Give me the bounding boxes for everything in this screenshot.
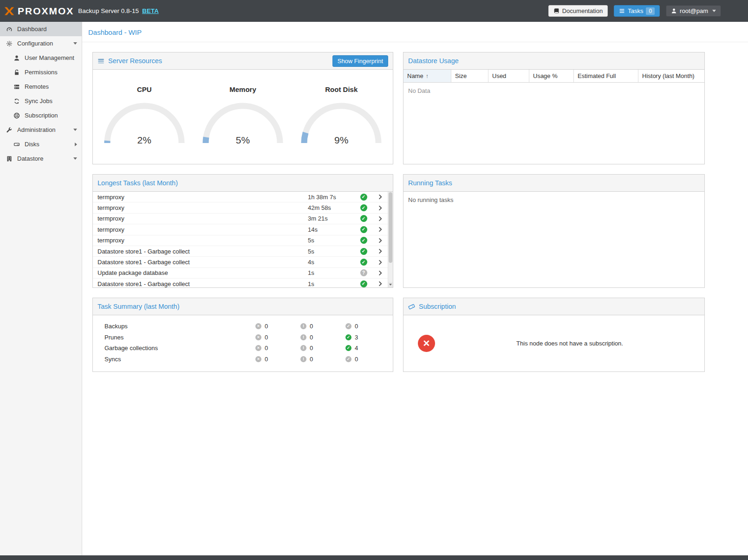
chevron-right-icon[interactable] xyxy=(373,194,388,200)
column-header-estimated-full[interactable]: Estimated Full xyxy=(574,70,638,82)
sidebar-item-configuration[interactable]: Configuration xyxy=(0,36,82,51)
task-status: ✓ xyxy=(354,215,373,222)
task-summary-panel: Task Summary (last Month) Backups×0!0✓0P… xyxy=(92,298,393,372)
chevron-right-icon[interactable] xyxy=(373,238,388,243)
status-ok-icon: ✓ xyxy=(360,215,367,222)
task-status: ✓ xyxy=(354,259,373,266)
chevron-right-icon[interactable] xyxy=(373,227,388,232)
task-row[interactable]: Update package database1s? xyxy=(93,268,388,279)
task-row[interactable]: Datastore store1 - Garbage collect1s✓ xyxy=(93,279,388,287)
tasks-button[interactable]: Tasks 0 xyxy=(614,5,660,17)
chevron-right-icon[interactable] xyxy=(373,205,388,211)
gauge-cpu: CPU2% xyxy=(97,85,191,164)
user-menu-button[interactable]: root@pam xyxy=(666,5,721,17)
chevron-right-icon[interactable] xyxy=(373,216,388,221)
task-name: termproxy xyxy=(98,204,308,211)
warning-icon: ! xyxy=(300,334,306,340)
scrollbar-down-button[interactable] xyxy=(388,282,393,287)
task-name: Datastore store1 - Garbage collect xyxy=(98,259,308,266)
gauge-value: 9% xyxy=(299,135,383,146)
page-header: Dashboard - WIP xyxy=(82,22,748,42)
documentation-button[interactable]: Documentation xyxy=(548,5,608,17)
no-running-tasks-text: No running tasks xyxy=(403,192,704,208)
task-name: termproxy xyxy=(98,215,308,222)
sidebar-item-label: Configuration xyxy=(17,40,53,47)
task-row[interactable]: Datastore store1 - Garbage collect4s✓ xyxy=(93,257,388,267)
column-header-usage[interactable]: Usage % xyxy=(529,70,574,82)
proxmox-x-icon xyxy=(4,6,15,17)
vertical-scrollbar[interactable] xyxy=(388,192,393,287)
chevron-right-icon[interactable] xyxy=(373,248,388,254)
scrollbar-thumb[interactable] xyxy=(389,192,392,263)
chevron-right-icon[interactable] xyxy=(373,270,388,276)
task-row[interactable]: termproxy3m 21s✓ xyxy=(93,214,388,224)
viewport: PROXMOX Backup Server 0.8-15 BETA Docume… xyxy=(0,0,748,560)
sidebar-item-sync-jobs[interactable]: Sync Jobs xyxy=(0,94,82,108)
column-label: Used xyxy=(492,72,506,79)
summary-warning-cell: !0 xyxy=(300,345,345,352)
sidebar-item-administration[interactable]: Administration xyxy=(0,123,82,137)
subscription-panel: Subscription ✕ This node does not have a… xyxy=(403,298,705,372)
chevron-down-icon xyxy=(73,42,77,45)
chevron-right-icon[interactable] xyxy=(373,281,388,287)
chevron-right-icon xyxy=(75,143,77,146)
task-summary-label: Garbage collections xyxy=(93,345,255,352)
task-name: Datastore store1 - Garbage collect xyxy=(98,248,308,255)
main-area: DashboardConfigurationUser ManagementPer… xyxy=(0,22,748,555)
sidebar-item-permissions[interactable]: Permissions xyxy=(0,65,82,79)
column-header-name[interactable]: Name↑ xyxy=(403,70,451,82)
task-summary-label: Syncs xyxy=(93,356,255,363)
error-count: 0 xyxy=(265,356,268,363)
lifering-icon xyxy=(13,112,20,119)
sidebar-item-user-management[interactable]: User Management xyxy=(0,51,82,65)
running-tasks-body: No running tasks xyxy=(403,192,704,287)
documentation-label: Documentation xyxy=(562,7,603,14)
sidebar-item-label: Permissions xyxy=(25,69,58,76)
product-version: Backup Server 0.8-15 xyxy=(78,7,139,14)
chevron-right-icon[interactable] xyxy=(373,260,388,265)
beta-link[interactable]: BETA xyxy=(142,7,159,14)
sidebar-item-label: Administration xyxy=(17,126,55,133)
datastore-usage-header: Name↑SizeUsedUsage %Estimated FullHistor… xyxy=(403,70,704,83)
task-duration: 5s xyxy=(308,248,354,255)
gauge-arc: 9% xyxy=(299,100,383,147)
sidebar-item-remotes[interactable]: Remotes xyxy=(0,79,82,94)
task-duration: 4s xyxy=(308,259,354,266)
server-resources-icon xyxy=(98,58,104,65)
sidebar-item-disks[interactable]: Disks xyxy=(0,137,82,151)
show-fingerprint-button[interactable]: Show Fingerprint xyxy=(332,55,388,67)
summary-ok-cell: ✓0 xyxy=(345,356,390,363)
task-row[interactable]: termproxy14s✓ xyxy=(93,224,388,235)
status-ok-icon: ✓ xyxy=(360,237,367,244)
column-header-size[interactable]: Size xyxy=(451,70,488,82)
sidebar-item-dashboard[interactable]: Dashboard xyxy=(0,22,82,36)
tasks-label: Tasks xyxy=(628,7,643,14)
warning-count: 0 xyxy=(310,323,313,330)
lock-icon xyxy=(13,69,20,76)
column-header-history-last-month[interactable]: History (last Month) xyxy=(638,70,704,82)
task-status: ✓ xyxy=(354,226,373,233)
error-count: 0 xyxy=(265,323,268,330)
task-row[interactable]: termproxy1h 38m 7s✓ xyxy=(93,192,388,202)
sidebar-item-subscription[interactable]: Subscription xyxy=(0,108,82,123)
task-row[interactable]: Datastore store1 - Garbage collect5s✓ xyxy=(93,246,388,257)
task-row[interactable]: termproxy42m 58s✓ xyxy=(93,202,388,213)
panel-title: Running Tasks xyxy=(408,179,452,187)
task-summary-label: Prunes xyxy=(93,334,255,341)
task-row[interactable]: termproxy5s✓ xyxy=(93,235,388,246)
tasks-count-badge: 0 xyxy=(646,7,655,15)
task-name: Update package database xyxy=(98,269,308,276)
book-icon xyxy=(553,8,559,14)
sidebar-item-datastore[interactable]: Datastore xyxy=(0,151,82,166)
subscription-message: This node does not have a subscription. xyxy=(435,340,704,347)
ok-count: 0 xyxy=(355,356,358,363)
dashboard-grid: Server Resources Show Fingerprint CPU2%M… xyxy=(82,42,748,372)
warning-count: 0 xyxy=(310,345,313,352)
status-ok-icon: ✓ xyxy=(360,248,367,255)
error-icon: × xyxy=(255,356,261,362)
status-ok-icon: ✓ xyxy=(360,204,367,211)
column-header-used[interactable]: Used xyxy=(488,70,529,82)
ok-count: 0 xyxy=(355,323,358,330)
datastore-usage-panel: Datastore Usage Name↑SizeUsedUsage %Esti… xyxy=(403,52,705,164)
sidebar-item-label: Datastore xyxy=(17,155,43,162)
